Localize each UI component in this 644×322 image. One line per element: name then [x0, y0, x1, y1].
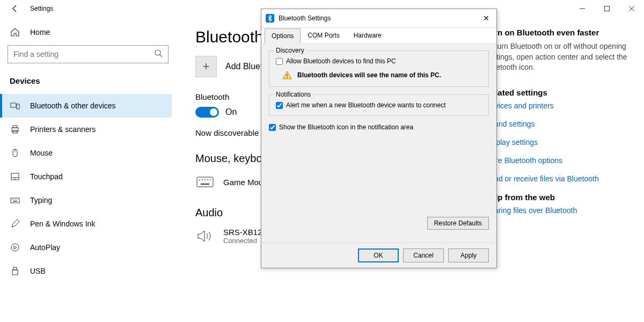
svg-point-15 — [12, 199, 12, 200]
usb-icon — [10, 266, 20, 276]
keyboard-icon — [195, 172, 215, 192]
restore-defaults-button[interactable]: Restore Defaults — [427, 217, 489, 230]
link-sound-settings[interactable]: Sound settings — [485, 120, 633, 128]
link-more-bluetooth[interactable]: More Bluetooth options — [485, 156, 633, 165]
dialog-title: Bluetooth Settings — [279, 14, 480, 22]
svg-rect-22 — [12, 270, 18, 275]
sidebar-item-label: Mouse — [30, 149, 53, 157]
sidebar-item-autoplay[interactable]: AutoPlay — [0, 236, 172, 259]
devices-icon — [10, 100, 20, 111]
show-icon-label: Show the Bluetooth icon in the notificat… — [279, 123, 413, 131]
tab-options[interactable]: Options — [265, 28, 301, 43]
warning-text: Bluetooth devices will see the name of t… — [297, 71, 441, 79]
mouse-icon — [10, 148, 20, 158]
right-title-3: Help from the web — [485, 193, 633, 202]
link-sharing-files[interactable]: Sharing files over Bluetooth — [485, 206, 633, 215]
apply-button[interactable]: Apply — [448, 248, 489, 262]
sidebar-item-label: Typing — [30, 196, 52, 204]
discovery-fieldset: Discovery Allow Bluetooth devices to fin… — [269, 50, 489, 87]
bluetooth-icon — [266, 14, 274, 23]
sidebar-item-typing[interactable]: Typing — [0, 188, 172, 212]
svg-point-27 — [207, 179, 208, 180]
plus-icon: + — [195, 56, 217, 77]
show-icon-checkbox[interactable] — [269, 124, 276, 131]
warning-icon — [282, 70, 292, 80]
right-title-1: Turn on Bluetooth even faster — [485, 28, 633, 37]
show-icon-checkbox-row[interactable]: Show the Bluetooth icon in the notificat… — [269, 123, 489, 131]
bluetooth-state: On — [225, 107, 237, 117]
svg-point-17 — [15, 199, 16, 200]
autoplay-icon — [10, 242, 20, 253]
svg-point-16 — [13, 199, 14, 200]
dialog-close-button[interactable]: ✕ — [480, 12, 492, 24]
svg-point-20 — [11, 244, 19, 251]
sidebar-item-label: USB — [30, 267, 46, 275]
svg-point-2 — [155, 50, 160, 55]
sidebar-home-label: Home — [30, 28, 50, 36]
cancel-button[interactable]: Cancel — [403, 248, 444, 262]
notifications-fieldset: Notifications Alert me when a new Blueto… — [269, 94, 489, 116]
alert-label: Alert me when a new Bluetooth device wan… — [286, 101, 446, 109]
svg-point-25 — [202, 179, 203, 180]
sidebar-item-touchpad[interactable]: Touchpad — [0, 165, 172, 188]
bluetooth-settings-dialog: Bluetooth Settings ✕ Options COM Ports H… — [261, 9, 497, 268]
device-name: Game Mou — [223, 178, 263, 187]
link-devices-printers[interactable]: Devices and printers — [485, 101, 633, 110]
printer-icon — [10, 124, 20, 135]
app-title: Settings — [30, 5, 53, 12]
svg-rect-21 — [13, 267, 17, 270]
sidebar-item-printers[interactable]: Printers & scanners — [0, 118, 172, 141]
alert-checkbox[interactable] — [276, 102, 283, 109]
svg-rect-5 — [17, 104, 19, 109]
sidebar-item-mouse[interactable]: Mouse — [0, 141, 172, 165]
discovery-legend: Discovery — [274, 47, 306, 54]
svg-rect-1 — [605, 6, 610, 11]
search-box[interactable] — [8, 45, 169, 63]
svg-rect-7 — [13, 126, 17, 128]
keyboard-icon — [10, 195, 20, 206]
touchpad-icon — [10, 171, 20, 182]
svg-rect-4 — [11, 103, 16, 107]
device-name: SRS-XB12 — [223, 228, 262, 237]
link-send-receive[interactable]: Send or receive files via Bluetooth — [485, 174, 633, 183]
svg-point-26 — [204, 179, 206, 180]
sidebar-item-bluetooth[interactable]: Bluetooth & other devices — [0, 94, 172, 118]
right-body-1: To turn Bluetooth on or off without open… — [485, 41, 633, 73]
sidebar-item-label: Bluetooth & other devices — [30, 101, 116, 110]
minimize-button[interactable] — [570, 0, 595, 17]
svg-point-28 — [210, 179, 211, 180]
close-button[interactable] — [619, 0, 644, 17]
sidebar-item-pen[interactable]: Pen & Windows Ink — [0, 212, 172, 236]
link-display-settings[interactable]: Display settings — [485, 138, 633, 147]
back-button[interactable] — [10, 3, 20, 14]
sidebar-item-usb[interactable]: USB — [0, 259, 172, 283]
tab-com-ports[interactable]: COM Ports — [301, 28, 346, 43]
allow-find-checkbox-row[interactable]: Allow Bluetooth devices to find this PC — [276, 57, 482, 65]
speaker-icon — [195, 226, 215, 246]
device-status: Connected — [223, 237, 262, 245]
sidebar-item-label: AutoPlay — [30, 243, 60, 252]
search-input[interactable] — [13, 50, 154, 58]
svg-rect-14 — [11, 198, 19, 203]
bluetooth-toggle[interactable] — [195, 107, 219, 118]
sidebar-item-label: Touchpad — [30, 172, 63, 181]
home-icon — [10, 27, 20, 38]
sidebar-home[interactable]: Home — [0, 21, 172, 43]
sidebar-group-header: Devices — [0, 71, 172, 94]
allow-find-label: Allow Bluetooth devices to find this PC — [286, 57, 396, 65]
svg-point-31 — [287, 77, 288, 78]
svg-point-18 — [17, 199, 17, 200]
tab-hardware[interactable]: Hardware — [347, 28, 389, 43]
notifications-legend: Notifications — [274, 91, 313, 98]
alert-checkbox-row[interactable]: Alert me when a new Bluetooth device wan… — [276, 101, 482, 109]
allow-find-checkbox[interactable] — [276, 58, 283, 65]
svg-rect-23 — [197, 177, 213, 187]
maximize-button[interactable] — [595, 0, 619, 17]
sidebar-item-label: Pen & Windows Ink — [30, 219, 95, 228]
ok-button[interactable]: OK — [358, 248, 399, 262]
right-title-2: Related settings — [485, 88, 633, 97]
sidebar: Home Devices Bluetooth & other devices P… — [0, 17, 172, 322]
svg-line-3 — [160, 55, 162, 57]
svg-point-24 — [199, 179, 200, 180]
search-icon — [154, 49, 163, 60]
